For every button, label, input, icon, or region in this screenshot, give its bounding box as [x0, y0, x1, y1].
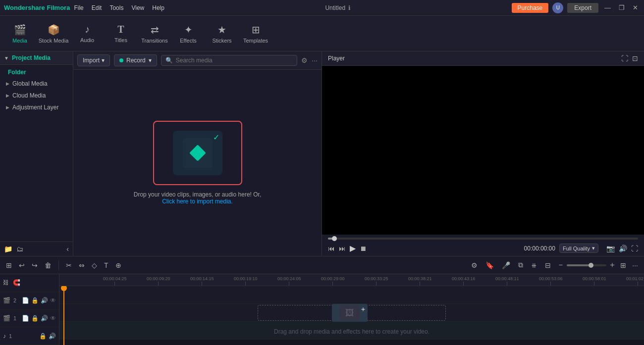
step-back-button[interactable]: ⏮ [328, 245, 335, 252]
record-button[interactable]: Record ▾ [114, 54, 157, 66]
import-link[interactable]: Click here to import media. [162, 198, 233, 205]
collapse-button[interactable]: ‹ [66, 245, 69, 253]
tree-item-folder[interactable]: Folder [0, 67, 73, 78]
split-tl-btn[interactable]: ⧺ [529, 260, 539, 270]
track1-file-icon[interactable]: 📄 [22, 315, 29, 322]
import-dropdown-icon[interactable]: ▾ [102, 57, 105, 64]
titlebar-menu: File Edit Tools View Help [74, 4, 164, 11]
info-icon[interactable]: ℹ [348, 4, 351, 11]
track1-volume-icon[interactable]: 🔊 [41, 315, 48, 322]
record-label: Record [126, 57, 146, 64]
fullscreen-button[interactable]: ⛶ [631, 245, 638, 252]
search-input[interactable] [176, 57, 293, 64]
project-media-title: Project Media [12, 54, 51, 61]
track-header-video1: 🎬 1 📄 🔒 🔊 👁 [0, 310, 59, 328]
tree-item-cloud-media[interactable]: ▶ Cloud Media [0, 90, 73, 101]
tree-item-adjustment-layer[interactable]: ▶ Adjustment Layer [0, 101, 73, 113]
menu-view[interactable]: View [131, 4, 144, 11]
text-button[interactable]: T [102, 260, 110, 270]
titlebar-right: Purchase U Export — ❐ ✕ [512, 2, 640, 13]
user-avatar[interactable]: U [552, 2, 563, 13]
menu-help[interactable]: Help [152, 4, 164, 11]
toolbar-stock-media[interactable]: 📦 Stock Media [38, 19, 69, 49]
split-button[interactable]: ✂ [64, 260, 74, 270]
track-header-audio1: ♪ 1 🔒 🔊 [0, 327, 59, 345]
play-button[interactable]: ▶ [350, 244, 356, 253]
crop-button[interactable]: ⇔ [77, 260, 87, 270]
track2-lock-icon[interactable]: 🔒 [31, 297, 39, 304]
timeline-more-btn[interactable]: ··· [630, 260, 640, 270]
undo-button[interactable]: ↩ [17, 260, 27, 270]
transitions-icon: ⇄ [151, 24, 159, 36]
redo-button[interactable]: ↪ [30, 260, 40, 270]
import-button[interactable]: Import ▾ [77, 54, 110, 66]
track2-eye-icon[interactable]: 👁 [50, 297, 56, 304]
audio-volume-icon[interactable]: 🔊 [49, 333, 56, 340]
timeline-ruler[interactable]: 00:00:04:2500:00:09:2000:00:14:1500:00:1… [59, 274, 644, 286]
link-icon[interactable]: ⛓ [3, 279, 9, 286]
toolbar-stickers[interactable]: ★ Stickers [206, 19, 238, 49]
track2-volume-icon[interactable]: 🔊 [41, 297, 48, 304]
player-expand-icon[interactable]: ⛶ [621, 54, 628, 62]
zoom-track[interactable] [567, 264, 606, 266]
panel-collapse-arrow[interactable]: ▼ [4, 55, 9, 61]
record-dropdown-icon[interactable]: ▾ [149, 57, 152, 64]
purchase-button[interactable]: Purchase [512, 3, 549, 13]
track-row-video1[interactable]: 🖼 ＋ [59, 304, 644, 322]
timeline-settings-btn[interactable]: ⚙ [469, 260, 480, 270]
toolbar-templates[interactable]: ⊞ Templates [240, 19, 271, 49]
timeline-layout-btn[interactable]: ⊞ [620, 261, 626, 269]
transform-button[interactable]: ⊕ [113, 260, 123, 270]
menu-file[interactable]: File [74, 4, 83, 11]
new-folder-icon[interactable]: 🗂 [16, 245, 23, 253]
mask-button[interactable]: ◇ [90, 260, 99, 270]
player-settings-icon[interactable]: ⊡ [632, 54, 638, 62]
step-forward-button[interactable]: ⏭ [339, 245, 346, 252]
zoom-in-button[interactable]: ＋ [608, 260, 616, 270]
toolbar-effects[interactable]: ✦ Effects [172, 19, 204, 49]
menu-edit[interactable]: Edit [92, 4, 102, 11]
tree-item-global-media[interactable]: ▶ Global Media [0, 78, 73, 90]
audio-lock-icon[interactable]: 🔒 [39, 333, 47, 340]
player-progress-bar[interactable] [328, 238, 638, 240]
magnet-icon[interactable]: 🧲 [13, 279, 20, 286]
track1-lock-icon[interactable]: 🔒 [31, 315, 39, 322]
ruler-mark: 00:00:48:11 [495, 276, 519, 286]
mic-btn[interactable]: 🎤 [500, 260, 512, 270]
timeline-tracks[interactable]: 🖼 ＋ Drag and drop media and effects here… [59, 286, 644, 345]
copy-btn[interactable]: ⧉ [516, 260, 525, 270]
close-button[interactable]: ✕ [631, 4, 640, 11]
app-name: Wondershare Filmora [4, 4, 70, 11]
stop-button[interactable]: ⏹ [360, 245, 367, 252]
menu-tools[interactable]: Tools [109, 4, 123, 11]
track2-file-icon[interactable]: 📄 [22, 297, 29, 304]
player-screen[interactable] [322, 66, 644, 235]
zoom-out-button[interactable]: － [557, 260, 565, 270]
filter-icon[interactable]: ⚙ [301, 56, 308, 64]
track1-eye-icon[interactable]: 👁 [50, 315, 56, 322]
audio1-num: 1 [9, 333, 12, 339]
toolbar-audio[interactable]: ♪ Audio [71, 19, 103, 49]
add-media-icon[interactable]: ＋ [360, 305, 367, 314]
toolbar-titles[interactable]: T Titles [105, 19, 137, 49]
drop-zone[interactable]: ✓ [153, 121, 242, 185]
insert-btn[interactable]: ⊟ [543, 260, 553, 270]
project-title: Untitled [325, 4, 345, 11]
export-button[interactable]: Export [567, 3, 598, 13]
quality-select[interactable]: Full Quality ▾ [559, 244, 598, 253]
maximize-button[interactable]: ❐ [617, 4, 627, 11]
player-header: Player ⛶ ⊡ [322, 51, 644, 66]
minimize-button[interactable]: — [602, 4, 613, 11]
volume-button[interactable]: 🔊 [619, 245, 627, 252]
screenshot-button[interactable]: 📷 [606, 245, 615, 252]
app-logo: Wondershare Filmora [4, 4, 70, 11]
add-folder-icon[interactable]: 📁 [4, 245, 12, 253]
bookmark-btn[interactable]: 🔖 [483, 260, 496, 270]
toolbar-media[interactable]: 🎬 Media [4, 19, 36, 49]
player-panel: Player ⛶ ⊡ ⏮ ⏭ ▶ ⏹ 00:00:00:00 Full Qual… [322, 51, 644, 256]
delete-button[interactable]: 🗑 [43, 260, 54, 270]
toolbar-transitions[interactable]: ⇄ Transitions [139, 19, 170, 49]
more-options-icon[interactable]: ··· [312, 56, 318, 64]
timeline-tool-icon[interactable]: ⊞ [4, 260, 14, 270]
track-row-video2[interactable] [59, 286, 644, 304]
